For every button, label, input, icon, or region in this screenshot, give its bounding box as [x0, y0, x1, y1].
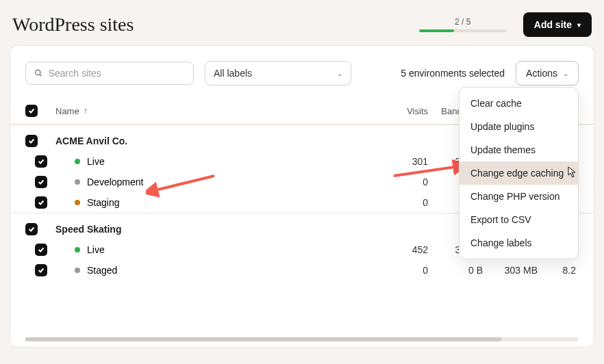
actions-menu-item[interactable]: Export to CSV [460, 208, 578, 231]
actions-menu-item[interactable]: Change labels [460, 231, 578, 255]
status-dot [75, 247, 80, 252]
env-name[interactable]: Live [87, 156, 105, 167]
cursor-icon [568, 166, 579, 179]
actions-menu-item[interactable]: Update themes [460, 138, 578, 161]
actions-menu-item[interactable]: Change edge caching [460, 161, 578, 185]
sort-ascending-icon: ↑ [84, 106, 88, 116]
svg-point-0 [36, 70, 40, 75]
visits-value: 0 [387, 197, 428, 208]
actions-menu-item[interactable]: Clear cache [460, 92, 578, 115]
page-title: WordPress sites [12, 14, 134, 36]
env-checkbox[interactable] [35, 196, 47, 209]
search-input-wrap[interactable] [25, 62, 194, 85]
status-dot [75, 179, 80, 185]
site-checkbox[interactable] [25, 223, 38, 235]
column-name-label: Name [55, 106, 79, 116]
svg-line-1 [40, 75, 42, 77]
env-name[interactable]: Staged [87, 265, 117, 276]
actions-menu-item[interactable]: Update plugins [460, 115, 578, 138]
bandwidth-value: 0 B [428, 265, 483, 276]
actions-menu: Clear cacheUpdate pluginsUpdate themesCh… [459, 87, 579, 259]
status-dot [75, 159, 80, 164]
chevron-down-icon: ▾ [577, 21, 581, 29]
select-all-checkbox[interactable] [25, 105, 38, 117]
env-name[interactable]: Staging [87, 197, 119, 208]
column-header-visits[interactable]: Visits [387, 106, 428, 116]
status-dot [75, 200, 80, 205]
chevron-down-icon: ⌄ [337, 70, 342, 77]
add-site-label: Add site [534, 19, 572, 30]
status-dot [75, 268, 80, 273]
site-checkbox[interactable] [25, 135, 38, 147]
visits-value: 0 [387, 265, 428, 276]
labels-select-value: All labels [214, 68, 252, 79]
visits-value: 0 [387, 177, 428, 187]
actions-button[interactable]: Actions ⌄ [516, 61, 579, 86]
env-name[interactable]: Development [87, 177, 144, 187]
horizontal-scrollbar[interactable] [25, 337, 579, 341]
actions-label: Actions [526, 68, 557, 79]
visits-value: 301 [387, 156, 428, 167]
disk-value: 303 MB [483, 265, 538, 276]
env-checkbox[interactable] [35, 244, 47, 256]
env-checkbox[interactable] [35, 155, 47, 168]
selection-count: 5 environments selected [401, 68, 505, 79]
add-site-button[interactable]: Add site ▾ [523, 12, 592, 37]
search-icon [34, 68, 43, 78]
labels-select[interactable]: All labels ⌄ [205, 61, 351, 86]
search-input[interactable] [49, 68, 185, 79]
chevron-down-icon: ⌄ [563, 70, 568, 77]
site-name[interactable]: ACME Anvil Co. [55, 135, 127, 146]
scrollbar-thumb[interactable] [25, 337, 501, 341]
environment-row: Staged00 B303 MB8.2 [10, 260, 594, 281]
php-value: 8.2 [538, 265, 579, 276]
progress-label: 2 / 5 [455, 17, 470, 27]
usage-progress: 2 / 5 [419, 17, 507, 32]
site-name[interactable]: Speed Skating [55, 224, 121, 235]
env-checkbox[interactable] [35, 264, 47, 276]
sites-panel: All labels ⌄ 5 environments selected Act… [10, 45, 594, 348]
env-checkbox[interactable] [35, 176, 47, 188]
env-name[interactable]: Live [87, 244, 105, 255]
visits-value: 452 [387, 244, 428, 255]
actions-menu-item[interactable]: Change PHP version [460, 185, 578, 208]
column-header-name[interactable]: Name ↑ [54, 106, 387, 116]
progress-bar [419, 29, 507, 32]
